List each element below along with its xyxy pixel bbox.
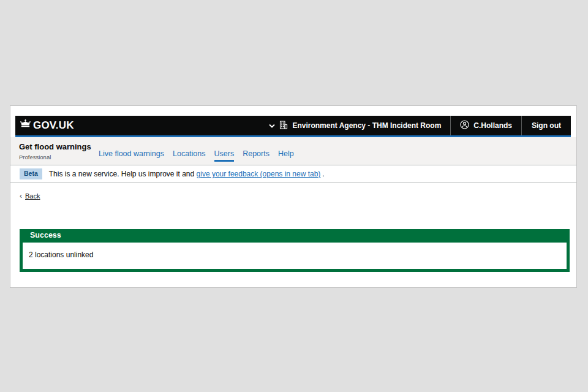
- header-right-group: Environment Agency - THM Incident Room C…: [269, 116, 571, 135]
- nav-link-users[interactable]: Users: [214, 149, 235, 162]
- browser-window: GOV.UK: [10, 105, 577, 288]
- govuk-logo-link[interactable]: GOV.UK: [20, 119, 74, 132]
- nav-item-reports: Reports: [243, 148, 270, 162]
- nav-link-locations[interactable]: Locations: [173, 149, 206, 162]
- service-navigation: Get flood warnings Professional Live flo…: [10, 137, 576, 165]
- chevron-down-icon: [269, 121, 275, 130]
- notification-message: 2 locations unlinked: [29, 251, 560, 259]
- nav-link-reports[interactable]: Reports: [243, 149, 270, 162]
- person-icon: [460, 120, 469, 131]
- phase-banner: Beta This is a new service. Help us impr…: [10, 165, 576, 183]
- user-account: C.Hollands: [450, 116, 521, 135]
- feedback-link[interactable]: give your feedback (opens in new tab): [197, 170, 321, 178]
- phase-banner-text: This is a new service. Help us improve i…: [49, 170, 325, 178]
- building-icon: [279, 121, 288, 131]
- phase-text-before: This is a new service. Help us improve i…: [49, 170, 194, 178]
- org-label: Environment Agency - THM Incident Room: [292, 121, 441, 130]
- back-link[interactable]: ‹ Back: [20, 192, 40, 200]
- notification-header: Success: [20, 229, 570, 243]
- service-name-block: Get flood warnings Professional: [10, 137, 99, 165]
- service-name: Get flood warnings: [19, 142, 99, 151]
- govuk-logo-text: GOV.UK: [33, 119, 74, 132]
- service-tag: Professional: [19, 154, 99, 160]
- govuk-header: GOV.UK: [15, 116, 571, 137]
- beta-tag: Beta: [20, 168, 42, 179]
- nav-item-users: Users: [214, 148, 235, 162]
- crown-icon: [20, 119, 31, 132]
- phase-text-after: .: [322, 170, 324, 178]
- notification-body: 2 locations unlinked: [20, 243, 570, 272]
- nav-item-help: Help: [278, 148, 294, 162]
- chevron-left-icon: ‹: [20, 192, 22, 200]
- nav-item-locations: Locations: [173, 148, 206, 162]
- nav-link-help[interactable]: Help: [278, 149, 294, 162]
- nav-items: Live flood warnings Locations Users Repo…: [99, 137, 294, 165]
- desktop-background: GOV.UK: [0, 0, 588, 392]
- nav-item-live-flood-warnings: Live flood warnings: [99, 148, 164, 162]
- back-link-label: Back: [25, 192, 40, 200]
- notification-title: Success: [30, 231, 61, 239]
- user-name: C.Hollands: [473, 121, 512, 130]
- nav-link-live-flood-warnings[interactable]: Live flood warnings: [99, 149, 164, 162]
- sign-out-link[interactable]: Sign out: [521, 116, 571, 135]
- success-notification-banner: Success 2 locations unlinked: [20, 229, 570, 272]
- org-switcher[interactable]: Environment Agency - THM Incident Room: [269, 116, 450, 135]
